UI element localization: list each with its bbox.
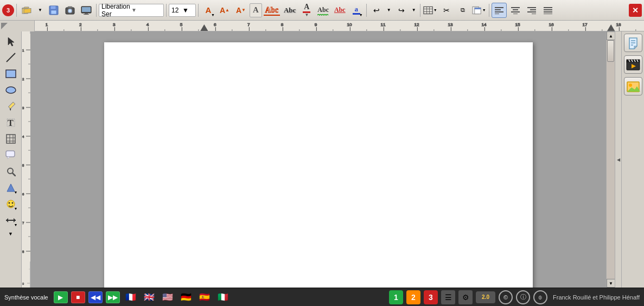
svg-point-138 — [8, 202, 10, 204]
close-button[interactable]: ✕ — [629, 4, 642, 17]
pages-button[interactable]: ▼ — [471, 3, 487, 18]
insert-table-button[interactable]: ▼ — [423, 3, 438, 18]
svg-line-120 — [7, 53, 15, 62]
num-badge-2[interactable]: 2 — [406, 290, 420, 304]
scroll-thumb[interactable] — [607, 40, 614, 62]
font-size-increase-button[interactable]: A▲ — [217, 3, 232, 18]
monitor-button[interactable] — [79, 3, 94, 18]
font-size-decrease-button[interactable]: A▼ — [233, 3, 248, 18]
text-underline-button[interactable]: Abc — [332, 3, 348, 17]
font-color-button[interactable]: A ▼ — [299, 3, 314, 18]
search-tool-button[interactable] — [3, 164, 19, 179]
font-name-selector[interactable]: Liberation Ser ▼ — [99, 4, 164, 17]
line-tool-button[interactable] — [3, 50, 19, 65]
stop-button[interactable]: ■ — [71, 291, 85, 303]
font-style-button[interactable]: A ▼ — [201, 3, 216, 18]
svg-line-135 — [12, 173, 15, 176]
svg-text:6: 6 — [214, 23, 216, 27]
svg-point-139 — [11, 202, 13, 204]
align-justify-button[interactable] — [540, 3, 556, 18]
svg-text:4: 4 — [146, 23, 149, 27]
right-panel — [621, 31, 644, 288]
flag-de-button[interactable]: 🇩🇪 — [178, 292, 194, 303]
text-tool-button[interactable]: T — [3, 115, 19, 130]
svg-rect-127 — [7, 135, 15, 143]
status-bar: Synthèse vocale ▶ ■ ◀◀ ▶▶ 🇫🇷 🇬🇧 🇺🇸 🇩🇪 🇪🇸… — [0, 288, 644, 306]
svg-rect-20 — [474, 8, 480, 9]
ruler-area: 1 2 3 4 5 6 7 8 9 10 11 12 13 14 15 16 1… — [0, 21, 644, 31]
flag-es-button[interactable]: 🇪🇸 — [197, 292, 212, 303]
vertical-scrollbar[interactable]: ▲ ▼ — [606, 31, 615, 288]
redo-button[interactable]: ↪ — [394, 3, 409, 18]
cut-button[interactable]: ✂ — [439, 3, 454, 18]
cc-by-icon[interactable]: ⓘ — [516, 290, 530, 304]
text-bold-button[interactable]: A — [250, 3, 262, 17]
redo-dropdown[interactable]: ▼ — [410, 3, 418, 18]
cc-icon[interactable]: © — [499, 290, 513, 304]
pencil-tool-button[interactable] — [3, 99, 19, 114]
num-badge-1[interactable]: 1 — [389, 290, 403, 304]
svg-text:18: 18 — [616, 23, 621, 27]
select-tool-button[interactable] — [3, 34, 19, 49]
canvas-with-ruler: 1 2 3 4 5 6 7 8 9 — [22, 31, 606, 288]
save-button-dropdown[interactable]: ▼ — [35, 3, 45, 18]
svg-marker-37 — [1, 23, 8, 29]
svg-rect-11 — [85, 13, 88, 14]
emoji-tool-button[interactable]: ▼ — [3, 196, 19, 212]
list-view-button[interactable]: ☰ — [441, 290, 455, 304]
sep3 — [166, 4, 167, 17]
svg-marker-133 — [8, 157, 10, 159]
text-shadow-button[interactable]: Abc — [282, 3, 298, 17]
text-outlined-button[interactable]: Abc — [263, 3, 280, 17]
svg-rect-13 — [424, 7, 432, 14]
copy-button[interactable]: ⧉ — [455, 3, 470, 18]
font-name-value: Liberation Ser — [101, 3, 131, 18]
svg-text:12: 12 — [415, 23, 419, 27]
character-highlight-button[interactable]: a ▼ — [349, 3, 364, 18]
undo-dropdown[interactable]: ▼ — [385, 3, 393, 18]
scroll-track[interactable] — [607, 40, 615, 279]
panel-btn-2[interactable] — [624, 55, 642, 74]
cc-sa-icon[interactable]: 🄯 — [533, 290, 547, 304]
svg-rect-4 — [51, 10, 56, 14]
align-left-active-button[interactable] — [492, 3, 507, 18]
scroll-up-button[interactable]: ▲ — [607, 31, 615, 40]
play-button[interactable]: ▶ — [54, 291, 68, 303]
panel-collapse-handle[interactable]: ◀ — [615, 31, 621, 288]
shapes-tool-button[interactable]: ▼ — [3, 180, 19, 195]
open-button[interactable] — [19, 3, 34, 18]
tools-expand-button[interactable]: ▼ — [4, 229, 17, 239]
arrows-tool-button[interactable]: ▼ — [3, 213, 19, 228]
svg-text:1: 1 — [46, 23, 48, 27]
svg-text:15: 15 — [515, 23, 520, 27]
settings-button[interactable]: ⚙ — [458, 290, 473, 304]
svg-rect-123 — [8, 102, 15, 109]
save-button[interactable] — [46, 3, 61, 18]
undo-button[interactable]: ↩ — [369, 3, 384, 18]
num-badge-3[interactable]: 3 — [424, 290, 438, 304]
font-dropdown-arrow: ▼ — [131, 7, 161, 13]
callout-tool-button[interactable] — [3, 148, 19, 163]
flag-fr-button[interactable]: 🇫🇷 — [123, 292, 138, 303]
ellipse-tool-button[interactable] — [3, 82, 19, 98]
svg-text:11: 11 — [381, 23, 386, 27]
cc-version-badge[interactable]: 2.0 — [476, 291, 495, 303]
main-toolbar: 3 ▼ Liberation Ser ▼ 12 ▼ A ▼ A▲ A▼ — [0, 0, 644, 21]
canvas-area[interactable] — [30, 31, 606, 288]
camera-button[interactable] — [62, 3, 78, 18]
flag-it-button[interactable]: 🇮🇹 — [215, 292, 231, 303]
panel-btn-1[interactable] — [624, 34, 642, 52]
spell-check-button[interactable]: Abc — [315, 3, 331, 17]
scroll-down-button[interactable]: ▼ — [607, 279, 615, 288]
font-size-selector[interactable]: 12 ▼ — [169, 4, 196, 17]
flag-gb-button[interactable]: 🇬🇧 — [142, 292, 157, 303]
align-right-button[interactable] — [524, 3, 539, 18]
panel-btn-3[interactable] — [624, 77, 642, 95]
align-center-button[interactable] — [508, 3, 523, 18]
table-tool-button[interactable] — [3, 131, 19, 146]
svg-rect-132 — [6, 151, 15, 157]
forward-button[interactable]: ▶▶ — [106, 291, 120, 303]
rectangle-tool-button[interactable] — [3, 66, 19, 81]
flag-us-button[interactable]: 🇺🇸 — [160, 292, 175, 303]
rewind-button[interactable]: ◀◀ — [88, 291, 103, 303]
